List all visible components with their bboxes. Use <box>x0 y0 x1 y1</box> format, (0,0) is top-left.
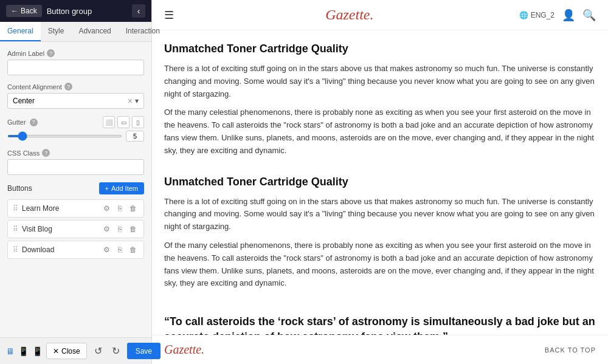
back-to-top-button[interactable]: BACK TO TOP <box>545 346 596 354</box>
gutter-slider[interactable] <box>7 135 122 137</box>
tab-general[interactable]: General <box>0 22 41 41</box>
reset-button[interactable]: ↺ <box>92 343 105 359</box>
hamburger-icon[interactable]: ☰ <box>164 9 174 22</box>
drag-handle-icon[interactable]: ⠿ <box>13 225 18 233</box>
chevron-down-icon: ▾ <box>135 97 139 105</box>
copy-icon[interactable]: ⎘ <box>114 203 125 214</box>
article-title-2: Unmatched Toner Cartridge Quality <box>164 176 596 188</box>
mobile-icon[interactable]: 📱 <box>32 344 43 359</box>
article-section-2: Unmatched Toner Cartridge Quality There … <box>164 176 596 290</box>
gutter-help-icon[interactable]: ? <box>30 118 38 126</box>
content-area: Unmatched Toner Cartridge Quality There … <box>152 30 608 335</box>
tab-interaction[interactable]: Interaction <box>119 22 167 41</box>
gutter-value-input[interactable] <box>126 131 144 142</box>
content-alignment-field: Content Alignment ? Center × ▾ <box>7 83 144 109</box>
delete-icon[interactable]: 🗑 <box>128 203 139 214</box>
desktop-icon[interactable]: 🖥 <box>6 344 15 359</box>
bottom-actions: ✕ Close ↺ ↻ Save <box>46 343 161 359</box>
close-button[interactable]: ✕ Close <box>46 343 87 359</box>
site-header: ☰ Gazette. 🌐 ENG_2 👤 🔍 <box>152 0 608 30</box>
tab-advanced[interactable]: Advanced <box>71 22 118 41</box>
select-value: Center <box>13 97 125 105</box>
account-icon[interactable]: 👤 <box>562 9 575 22</box>
tablet-icon[interactable]: 📱 <box>18 344 29 359</box>
tab-style[interactable]: Style <box>41 22 72 41</box>
settings-icon[interactable]: ⚙ <box>101 224 112 235</box>
plus-icon: + <box>105 185 109 192</box>
gutter-tablet-icon[interactable]: ▭ <box>117 116 130 128</box>
gutter-mobile-icon[interactable]: ▯ <box>132 116 144 128</box>
article-paragraph-1-1: There is a lot of exciting stuff going o… <box>164 63 596 100</box>
redo-button[interactable]: ↻ <box>109 343 122 359</box>
blockquote-text: “To call asteroids the ‘rock stars’ of a… <box>164 314 596 335</box>
list-item-label: Download <box>22 246 97 254</box>
language-button[interactable]: 🌐 ENG_2 <box>519 11 554 19</box>
back-arrow-icon: ← <box>11 7 18 15</box>
buttons-label: Buttons <box>7 184 32 193</box>
site-logo: Gazette. <box>180 7 519 23</box>
footer-logo: Gazette. <box>164 343 204 357</box>
admin-label-help-icon[interactable]: ? <box>47 49 55 57</box>
list-item: ⠿ Download ⚙ ⎘ 🗑 <box>7 241 144 259</box>
close-label: Close <box>61 347 80 355</box>
copy-icon[interactable]: ⎘ <box>114 244 125 255</box>
list-item-actions: ⚙ ⎘ 🗑 <box>101 224 139 235</box>
content-alignment-heading: Content Alignment ? <box>7 83 144 91</box>
left-panel: ← Back Button group ‹ General Style Adva… <box>0 0 152 364</box>
article-section-1: Unmatched Toner Cartridge Quality There … <box>164 43 596 157</box>
collapse-icon: ‹ <box>137 6 140 16</box>
list-item-label: Learn More <box>22 204 97 213</box>
button-list: ⠿ Learn More ⚙ ⎘ 🗑 ⠿ Visit Blog ⚙ ⎘ 🗑 ⠿ <box>7 199 144 259</box>
x-icon: ✕ <box>53 347 59 355</box>
css-class-help-icon[interactable]: ? <box>42 149 50 157</box>
css-class-input[interactable] <box>7 159 144 175</box>
list-item: ⠿ Learn More ⚙ ⎘ 🗑 <box>7 199 144 218</box>
admin-label-field: Admin Label ? <box>7 49 144 75</box>
gutter-desktop-icon[interactable]: ⬜ <box>103 116 115 128</box>
site-footer: Gazette. BACK TO TOP <box>152 335 608 364</box>
top-bar: ← Back Button group ‹ <box>0 0 151 22</box>
settings-icon[interactable]: ⚙ <box>101 244 112 255</box>
article-paragraph-2-1: There is a lot of exciting stuff going o… <box>164 196 596 233</box>
header-icons: 🌐 ENG_2 👤 🔍 <box>519 9 596 22</box>
copy-icon[interactable]: ⎘ <box>114 224 125 235</box>
save-button[interactable]: Save <box>127 343 161 359</box>
lang-label: ENG_2 <box>531 11 554 19</box>
quote-section: “To call asteroids the ‘rock stars’ of a… <box>164 308 596 335</box>
gutter-range-row <box>7 131 144 142</box>
drag-handle-icon[interactable]: ⠿ <box>13 246 18 254</box>
content-alignment-help-icon[interactable]: ? <box>64 83 72 91</box>
delete-icon[interactable]: 🗑 <box>128 224 139 235</box>
back-label: Back <box>21 7 37 15</box>
back-button[interactable]: ← Back <box>6 5 42 17</box>
search-icon[interactable]: 🔍 <box>582 9 596 22</box>
css-class-field: CSS Class ? <box>7 149 144 175</box>
add-item-label: Add Item <box>111 185 138 192</box>
buttons-section-header: Buttons + Add Item <box>7 182 144 194</box>
add-item-button[interactable]: + Add Item <box>99 182 144 194</box>
panel-content: Admin Label ? Content Alignment ? Center… <box>0 42 151 337</box>
content-alignment-select[interactable]: Center × ▾ <box>7 93 144 109</box>
article-paragraph-2-2: Of the many celestial phenomenons, there… <box>164 239 596 290</box>
right-panel: ☰ Gazette. 🌐 ENG_2 👤 🔍 Unmatched Toner C… <box>152 0 608 364</box>
drag-handle-icon[interactable]: ⠿ <box>13 204 18 213</box>
article-paragraph-1-2: Of the many celestial phenomenons, there… <box>164 106 596 157</box>
css-class-heading: CSS Class ? <box>7 149 144 157</box>
admin-label-input[interactable] <box>7 60 144 75</box>
list-item-actions: ⚙ ⎘ 🗑 <box>101 244 139 255</box>
select-clear-icon[interactable]: × <box>128 96 133 106</box>
article-title-1: Unmatched Toner Cartridge Quality <box>164 43 596 55</box>
settings-icon[interactable]: ⚙ <box>101 203 112 214</box>
admin-label-heading: Admin Label ? <box>7 49 144 57</box>
list-item: ⠿ Visit Blog ⚙ ⎘ 🗑 <box>7 220 144 238</box>
list-item-actions: ⚙ ⎘ 🗑 <box>101 203 139 214</box>
panel-title: Button group <box>47 7 92 16</box>
tabs-bar: General Style Advanced Interaction <box>0 22 151 42</box>
collapse-button[interactable]: ‹ <box>132 4 145 18</box>
list-item-label: Visit Blog <box>22 225 97 233</box>
delete-icon[interactable]: 🗑 <box>128 244 139 255</box>
globe-icon: 🌐 <box>519 11 528 19</box>
gutter-icon-group: ⬜ ▭ ▯ <box>103 116 144 128</box>
bottom-bar: 🖥 📱 📱 ✕ Close ↺ ↻ Save <box>0 337 151 364</box>
gutter-field: Gutter ? ⬜ ▭ ▯ <box>7 116 144 142</box>
